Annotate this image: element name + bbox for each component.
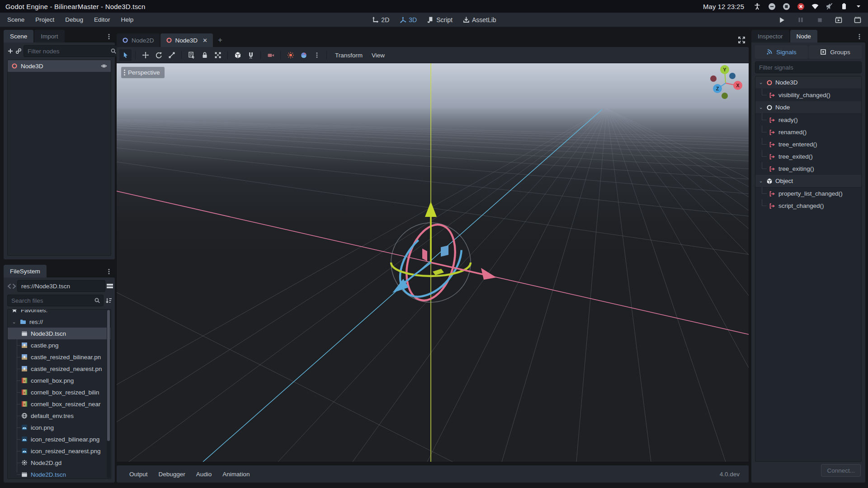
visibility-eye-icon[interactable]: [101, 63, 107, 69]
collapse-chevron-icon[interactable]: ⌄: [758, 178, 764, 184]
perspective-button[interactable]: Perspective: [121, 67, 165, 78]
file-row[interactable]: castle.png: [8, 339, 111, 351]
signal-row[interactable]: ready(): [755, 114, 861, 126]
root-folder-row[interactable]: ⌄ res://: [8, 316, 111, 328]
scene-tree-node[interactable]: Node3D: [8, 60, 111, 72]
dock-menu-icon[interactable]: [106, 268, 112, 275]
current-path-input[interactable]: [20, 282, 102, 290]
file-row[interactable]: cornell_box.png: [8, 375, 111, 386]
group-icon[interactable]: [212, 49, 224, 61]
file-row[interactable]: cornell_box_resized_bilin: [8, 386, 111, 398]
dock-tab[interactable]: FileSystem: [4, 265, 47, 277]
signal-class-row[interactable]: ⌄Node3D: [755, 76, 861, 89]
bottom-panel-tab[interactable]: Debugger: [153, 465, 191, 483]
dock-tab[interactable]: Inspector: [751, 30, 789, 42]
mode-button[interactable]: Groups: [809, 45, 862, 59]
new-scene-tab-button[interactable]: +: [214, 33, 226, 47]
workspace-button[interactable]: AssetLib: [462, 16, 496, 23]
close-tab-icon[interactable]: ✕: [203, 37, 208, 44]
chevron-down-icon[interactable]: [854, 2, 863, 10]
dock-tab[interactable]: Node: [790, 30, 817, 42]
file-row[interactable]: icon.png: [8, 422, 111, 433]
connect-button[interactable]: Connect...: [821, 464, 861, 477]
select-tool[interactable]: [119, 49, 132, 61]
signal-class-row[interactable]: ⌄Object: [755, 175, 861, 188]
file-row[interactable]: castle_resized_bilinear.pn: [8, 351, 111, 363]
axis-ball-negy[interactable]: [722, 93, 728, 99]
record-status-icon[interactable]: [782, 2, 790, 10]
play-button[interactable]: [776, 14, 788, 25]
snap-icon[interactable]: [245, 49, 257, 61]
signal-row[interactable]: script_changed(): [755, 200, 861, 212]
gizmo-plane-xy[interactable]: [441, 245, 448, 257]
filter-nodes-input[interactable]: [27, 47, 108, 55]
history-forward-icon[interactable]: [12, 281, 16, 291]
search-files-field[interactable]: [7, 295, 104, 306]
filesystem-scrollbar[interactable]: [107, 310, 110, 478]
dock-tab[interactable]: Scene: [4, 30, 33, 42]
add-node-icon[interactable]: [7, 46, 14, 56]
play-custom-scene-button[interactable]: [852, 14, 863, 25]
dock-menu-icon[interactable]: [106, 33, 112, 40]
dock-tab[interactable]: Import: [34, 30, 64, 42]
accessibility-icon[interactable]: [753, 2, 761, 10]
collapse-chevron-icon[interactable]: ⌄: [11, 319, 17, 325]
filter-signals-input[interactable]: [758, 64, 859, 71]
stop-button[interactable]: [814, 14, 826, 25]
file-row[interactable]: cornell_box_resized_near: [8, 398, 111, 410]
workspace-button[interactable]: 3D: [399, 16, 417, 23]
menu-item[interactable]: Project: [30, 13, 60, 27]
local-space-icon[interactable]: [231, 49, 244, 61]
close-status-icon[interactable]: [797, 2, 805, 10]
play-scene-button[interactable]: [833, 14, 844, 25]
dock-menu-icon[interactable]: [856, 33, 863, 40]
sort-files-icon[interactable]: [105, 295, 112, 306]
workspace-button[interactable]: Script: [427, 16, 453, 23]
menu-item[interactable]: Debug: [60, 13, 89, 27]
scrollbar-thumb[interactable]: [107, 310, 110, 441]
signal-class-row[interactable]: ⌄Node: [755, 101, 861, 114]
file-row[interactable]: Node3D.tscn: [8, 328, 111, 339]
favorites-row[interactable]: Favorites:: [8, 310, 111, 316]
filter-signals-field[interactable]: [755, 61, 862, 73]
instance-scene-icon[interactable]: [15, 46, 22, 56]
file-row[interactable]: icon_resized_bilinear.png: [8, 433, 111, 445]
mode-button[interactable]: Signals: [755, 45, 808, 59]
minimize-status-icon[interactable]: [768, 2, 776, 10]
bottom-panel-tab[interactable]: Audio: [191, 465, 217, 483]
bottom-panel-tab[interactable]: Animation: [217, 465, 255, 483]
expand-viewport-icon[interactable]: [738, 37, 745, 43]
file-row[interactable]: default_env.tres: [8, 410, 111, 422]
lock-icon[interactable]: [198, 49, 211, 61]
axis-ball-negx[interactable]: [710, 75, 717, 82]
signal-row[interactable]: renamed(): [755, 126, 861, 138]
pause-button[interactable]: [795, 14, 807, 25]
sun-icon[interactable]: [284, 49, 297, 61]
collapse-chevron-icon[interactable]: ⌄: [758, 104, 764, 110]
more-options-icon[interactable]: [311, 49, 323, 61]
file-row[interactable]: Node2D.tscn: [8, 469, 111, 479]
battery-icon[interactable]: [840, 2, 848, 10]
file-row[interactable]: castle_resized_nearest.pn: [8, 363, 111, 375]
volume-muted-icon[interactable]: [826, 2, 834, 10]
menu-item[interactable]: Help: [115, 13, 139, 27]
current-path-field[interactable]: [17, 280, 105, 292]
menu-item[interactable]: Scene: [2, 13, 30, 27]
signal-row[interactable]: tree_entered(): [755, 138, 861, 150]
search-files-input[interactable]: [10, 297, 92, 305]
file-row[interactable]: icon_resized_nearest.png: [8, 445, 111, 457]
rotate-tool[interactable]: [152, 49, 165, 61]
signal-row[interactable]: visibility_changed(): [755, 89, 861, 101]
viewport-menu[interactable]: View: [367, 49, 389, 61]
environment-icon[interactable]: [297, 49, 310, 61]
signal-row[interactable]: property_list_changed(): [755, 188, 861, 200]
filter-nodes-field[interactable]: [24, 45, 120, 57]
file-row[interactable]: Node2D.gd: [8, 457, 111, 469]
scene-tab[interactable]: Node3D ✕: [160, 33, 213, 47]
axis-ball-negz[interactable]: [729, 73, 736, 79]
signal-row[interactable]: tree_exited(): [755, 150, 861, 163]
preview-camera-icon[interactable]: [264, 49, 277, 61]
history-back-icon[interactable]: [7, 281, 11, 291]
bottom-panel-tab[interactable]: Output: [124, 465, 153, 483]
signal-row[interactable]: tree_exiting(): [755, 163, 861, 175]
